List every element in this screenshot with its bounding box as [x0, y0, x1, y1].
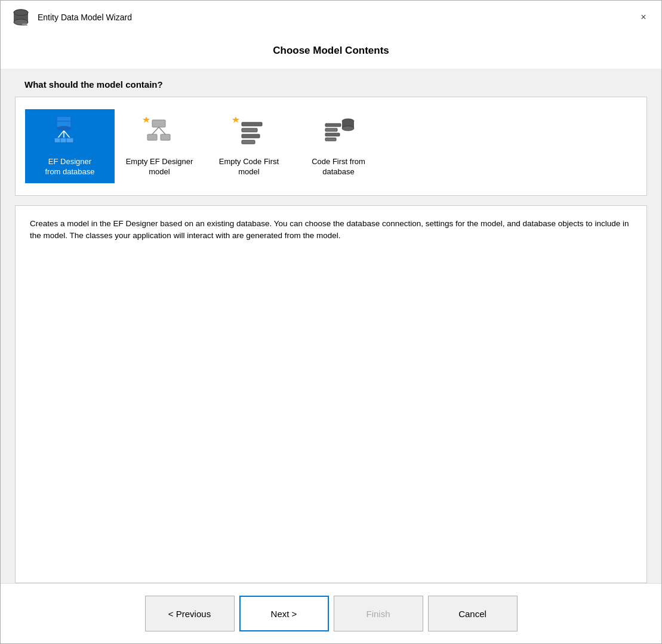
dialog-title: Entity Data Model Wizard	[38, 13, 132, 22]
svg-rect-22	[242, 122, 262, 126]
option-empty-ef-designer[interactable]: Empty EF Designer model	[115, 109, 204, 183]
svg-rect-23	[242, 128, 257, 132]
header-section: Choose Model Contents	[1, 34, 661, 69]
next-button[interactable]: Next >	[239, 596, 329, 631]
svg-line-18	[159, 127, 165, 134]
option-ef-designer[interactable]: EF Designerfrom database	[25, 109, 115, 183]
code-first-db-icon	[321, 115, 356, 151]
svg-marker-21	[232, 116, 239, 123]
finish-button[interactable]: Finish	[334, 596, 423, 631]
footer: < Previous Next > Finish Cancel	[1, 583, 661, 643]
svg-line-9	[58, 131, 64, 138]
previous-button[interactable]: < Previous	[145, 596, 235, 631]
title-bar: Entity Data Model Wizard ×	[1, 1, 661, 34]
empty-code-first-icon	[231, 115, 267, 151]
dialog-window: Entity Data Model Wizard × Choose Model …	[0, 0, 662, 644]
svg-line-17	[152, 127, 159, 134]
ef-designer-icon	[52, 115, 88, 151]
svg-point-8	[57, 126, 71, 131]
svg-rect-24	[242, 134, 260, 138]
description-text: Creates a model in the EF Designer based…	[30, 218, 632, 242]
svg-marker-15	[143, 116, 150, 123]
svg-rect-20	[161, 134, 170, 140]
svg-point-28	[342, 126, 354, 131]
svg-line-10	[64, 131, 70, 138]
description-box: Creates a model in the EF Designer based…	[15, 205, 647, 583]
svg-rect-31	[325, 133, 340, 136]
svg-rect-19	[147, 134, 157, 140]
option-empty-code-label: Empty Code First model	[209, 157, 289, 177]
cancel-button[interactable]: Cancel	[428, 596, 518, 631]
svg-rect-16	[152, 120, 165, 127]
svg-rect-29	[325, 124, 341, 127]
option-empty-code-first[interactable]: Empty Code First model	[204, 109, 294, 183]
option-code-first-db-label: Code First from database	[298, 157, 378, 177]
svg-rect-25	[242, 140, 255, 144]
database-icon	[10, 7, 32, 28]
option-ef-designer-label: EF Designerfrom database	[45, 157, 94, 177]
option-code-first-db[interactable]: Code First from database	[294, 109, 383, 183]
page-title: Choose Model Contents	[24, 45, 638, 57]
svg-rect-32	[325, 138, 336, 141]
svg-rect-14	[66, 138, 73, 143]
section-question: What should the model contain?	[15, 69, 647, 97]
model-options-container: EF Designerfrom database E	[15, 97, 647, 196]
option-empty-ef-label: Empty EF Designer model	[119, 157, 199, 177]
svg-rect-4	[24, 24, 27, 26]
svg-rect-30	[325, 128, 337, 131]
close-button[interactable]: ×	[635, 9, 652, 26]
main-content: What should the model contain?	[1, 69, 661, 583]
empty-ef-designer-icon	[141, 115, 177, 151]
